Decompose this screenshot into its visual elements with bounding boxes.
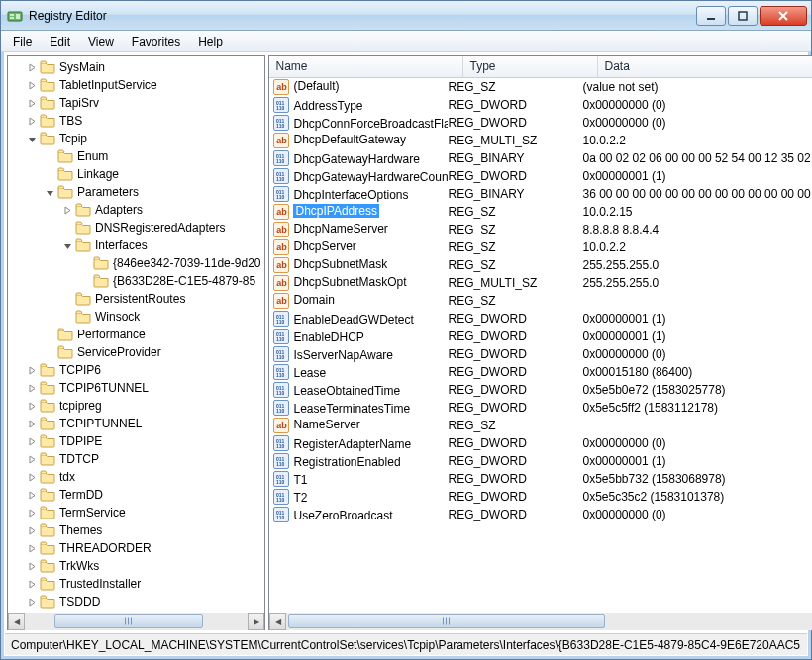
expander-closed-icon[interactable] <box>26 507 38 519</box>
tree-item[interactable]: {846ee342-7039-11de-9d20 <box>8 254 264 272</box>
expander-closed-icon[interactable] <box>61 204 73 216</box>
list-horizontal-scrollbar[interactable]: ◀ ▶ <box>269 613 812 629</box>
expander-closed-icon[interactable] <box>26 578 38 590</box>
expander-open-icon[interactable] <box>26 133 38 144</box>
minimize-button[interactable] <box>696 6 726 26</box>
tree-item[interactable]: TrustedInstaller <box>8 575 264 593</box>
registry-value-row[interactable]: 011110EnableDeadGWDetectREG_DWORD0x00000… <box>269 310 812 328</box>
registry-value-row[interactable]: 011110UseZeroBroadcastREG_DWORD0x0000000… <box>269 506 812 523</box>
tree-item[interactable]: {B633D28E-C1E5-4879-85 <box>8 272 264 290</box>
registry-value-row[interactable]: 011110LeaseObtainedTimeREG_DWORD0x5e5b0e… <box>269 381 812 399</box>
registry-value-row[interactable]: abDhcpDefaultGatewayREG_MULTI_SZ10.0.2.2 <box>269 132 812 149</box>
titlebar[interactable]: Registry Editor <box>1 1 811 31</box>
tree-item[interactable]: TabletInputService <box>8 76 264 94</box>
scroll-right-button[interactable]: ▶ <box>248 613 264 630</box>
tree-item[interactable]: TDTCP <box>8 450 264 468</box>
tree-item[interactable]: Themes <box>8 521 264 539</box>
column-header-type[interactable]: Type <box>463 56 598 77</box>
expander-closed-icon[interactable] <box>26 542 38 554</box>
menu-favorites[interactable]: Favorites <box>124 33 188 50</box>
expander-closed-icon[interactable] <box>26 400 38 412</box>
tree-item[interactable]: TSDDD <box>8 593 264 611</box>
tree-item[interactable]: TermService <box>8 504 264 521</box>
tree-item[interactable]: tcpipreg <box>8 397 264 415</box>
tree-item[interactable]: SysMain <box>8 58 264 76</box>
expander-closed-icon[interactable] <box>26 596 38 608</box>
expander-open-icon[interactable] <box>44 186 55 198</box>
close-button[interactable] <box>760 6 807 26</box>
column-header-data[interactable]: Data <box>598 56 812 77</box>
menu-edit[interactable]: Edit <box>42 33 78 50</box>
registry-value-row[interactable]: ab(Default)REG_SZ(value not set) <box>269 78 812 96</box>
registry-value-row[interactable]: 011110RegistrationEnabledREG_DWORD0x0000… <box>269 452 812 470</box>
tree-item[interactable]: THREADORDER <box>8 539 264 557</box>
tree-item[interactable]: TermDD <box>8 486 264 504</box>
expander-closed-icon[interactable] <box>26 471 38 483</box>
registry-value-row[interactable]: abDhcpIPAddressREG_SZ10.0.2.15 <box>269 203 812 221</box>
tree-item[interactable]: TCPIP6TUNNEL <box>8 379 264 397</box>
tree-item[interactable]: DNSRegisteredAdapters <box>8 219 264 236</box>
registry-value-row[interactable]: 011110T1REG_DWORD0x5e5bb732 (1583068978) <box>269 470 812 488</box>
tree-item[interactable]: Linkage <box>8 165 264 183</box>
scroll-track[interactable] <box>286 613 812 630</box>
tree-scroll[interactable]: SysMainTabletInputServiceTapiSrvTBSTcpip… <box>8 56 264 613</box>
column-header-name[interactable]: Name <box>269 56 463 77</box>
expander-closed-icon[interactable] <box>26 453 38 465</box>
registry-value-row[interactable]: abDhcpServerREG_SZ10.0.2.2 <box>269 238 812 256</box>
menu-help[interactable]: Help <box>190 33 231 50</box>
scroll-left-button[interactable]: ◀ <box>8 613 25 630</box>
registry-value-row[interactable]: 011110AddressTypeREG_DWORD0x00000000 (0) <box>269 96 812 114</box>
expander-closed-icon[interactable] <box>26 364 38 376</box>
menu-file[interactable]: File <box>5 33 40 50</box>
registry-value-row[interactable]: 011110DhcpGatewayHardwareREG_BINARY0a 00… <box>269 149 812 167</box>
expander-closed-icon[interactable] <box>26 489 38 501</box>
tree-item[interactable]: ServiceProvider <box>8 343 264 361</box>
scroll-thumb[interactable] <box>288 614 605 628</box>
tree-horizontal-scrollbar[interactable]: ◀ ▶ <box>8 613 264 629</box>
expander-closed-icon[interactable] <box>26 97 38 109</box>
tree-item[interactable]: TDPIPE <box>8 432 264 450</box>
registry-value-row[interactable]: 011110RegisterAdapterNameREG_DWORD0x0000… <box>269 434 812 452</box>
tree-item[interactable]: Parameters <box>8 183 264 201</box>
registry-value-row[interactable]: 011110LeaseREG_DWORD0x00015180 (86400) <box>269 363 812 381</box>
registry-value-row[interactable]: 011110DhcpGatewayHardwareCountREG_DWORD0… <box>269 167 812 185</box>
expander-closed-icon[interactable] <box>26 435 38 447</box>
expander-closed-icon[interactable] <box>26 418 38 429</box>
scroll-track[interactable] <box>25 613 248 630</box>
expander-closed-icon[interactable] <box>26 382 38 394</box>
tree-item[interactable]: Enum <box>8 147 264 165</box>
expander-closed-icon[interactable] <box>26 115 38 127</box>
tree-item[interactable]: TrkWks <box>8 557 264 575</box>
expander-closed-icon[interactable] <box>26 560 38 572</box>
maximize-button[interactable] <box>728 6 758 26</box>
registry-value-row[interactable]: 011110DhcpInterfaceOptionsREG_BINARY36 0… <box>269 185 812 203</box>
expander-open-icon[interactable] <box>61 239 73 251</box>
registry-value-row[interactable]: abDhcpSubnetMaskREG_SZ255.255.255.0 <box>269 256 812 274</box>
tree-item[interactable]: TapiSrv <box>8 94 264 112</box>
registry-value-row[interactable]: 011110IsServerNapAwareREG_DWORD0x0000000… <box>269 345 812 363</box>
registry-value-row[interactable]: 011110DhcpConnForceBroadcastFlagREG_DWOR… <box>269 114 812 132</box>
registry-value-row[interactable]: abDomainREG_SZ <box>269 292 812 310</box>
expander-closed-icon[interactable] <box>26 524 38 536</box>
tree-item[interactable]: TCPIPTUNNEL <box>8 415 264 432</box>
tree-item[interactable]: Winsock <box>8 308 264 326</box>
tree-item[interactable]: Performance <box>8 326 264 343</box>
tree-item[interactable]: TBS <box>8 112 264 130</box>
tree-item[interactable]: Interfaces <box>8 236 264 254</box>
menu-view[interactable]: View <box>80 33 122 50</box>
registry-value-row[interactable]: abDhcpNameServerREG_SZ8.8.8.8 8.8.4.4 <box>269 221 812 238</box>
expander-closed-icon[interactable] <box>26 61 38 73</box>
expander-closed-icon[interactable] <box>26 79 38 91</box>
tree-item[interactable]: PersistentRoutes <box>8 290 264 308</box>
registry-value-row[interactable]: abDhcpSubnetMaskOptREG_MULTI_SZ255.255.2… <box>269 274 812 292</box>
registry-value-row[interactable]: 011110T2REG_DWORD0x5e5c35c2 (1583101378) <box>269 488 812 506</box>
list-body[interactable]: ab(Default)REG_SZ(value not set)011110Ad… <box>269 78 812 613</box>
registry-value-row[interactable]: 011110EnableDHCPREG_DWORD0x00000001 (1) <box>269 328 812 345</box>
tree-item[interactable]: tdx <box>8 468 264 486</box>
registry-value-row[interactable]: 011110LeaseTerminatesTimeREG_DWORD0x5e5c… <box>269 399 812 417</box>
scroll-thumb[interactable] <box>54 614 203 628</box>
tree-item[interactable]: Adapters <box>8 201 264 219</box>
tree-item[interactable]: Tcpip <box>8 130 264 147</box>
tree-item[interactable]: TCPIP6 <box>8 361 264 379</box>
registry-value-row[interactable]: abNameServerREG_SZ <box>269 417 812 434</box>
